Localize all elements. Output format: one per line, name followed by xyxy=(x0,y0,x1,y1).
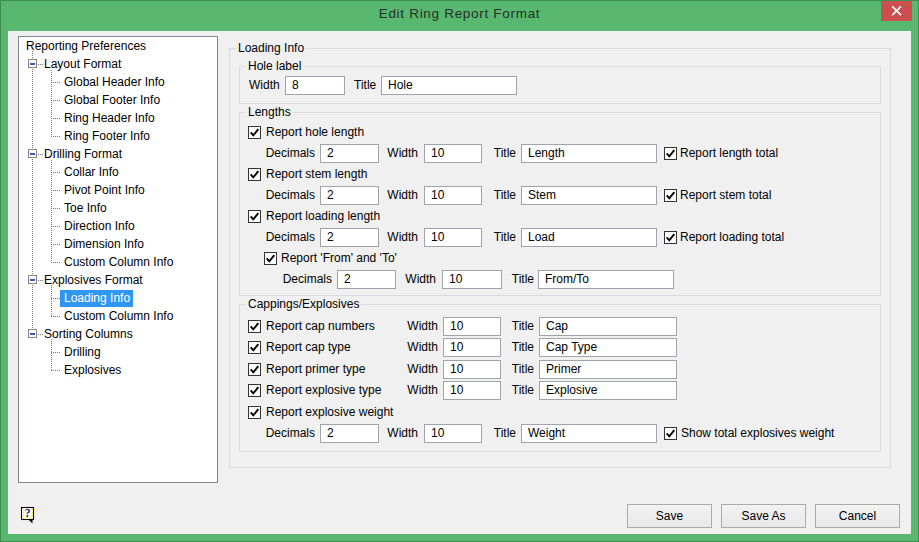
svg-text:?: ? xyxy=(25,507,31,519)
